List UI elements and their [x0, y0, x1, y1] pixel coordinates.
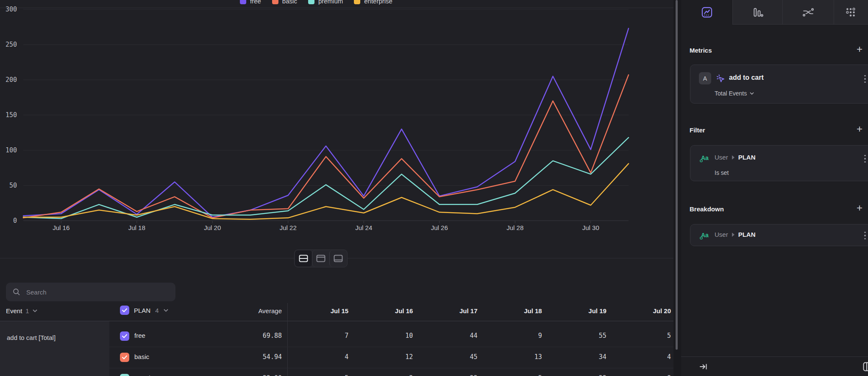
cell-value: 12 [351, 353, 415, 361]
metrics-section-title: Metrics [690, 47, 868, 54]
plan-column-header[interactable]: PLAN 4 [120, 306, 168, 315]
breakdown-property-breadcrumb[interactable]: User PLAN [715, 231, 756, 238]
date-column-header[interactable]: Jul 17 [415, 307, 480, 314]
panel-scrollbar[interactable] [673, 0, 681, 376]
chevron-down-icon [164, 309, 168, 312]
cell-value: 45 [415, 353, 480, 361]
breakdown-options-menu[interactable] [861, 232, 868, 239]
tab-more-charts[interactable] [834, 0, 868, 24]
breadcrumb-arrow-icon [732, 155, 734, 160]
event-click-icon [716, 74, 725, 83]
metric-aggregation-dropdown[interactable]: Total Events [715, 90, 754, 97]
x-axis-tick: Jul 26 [431, 224, 448, 231]
cell-value: 5 [480, 374, 545, 376]
x-axis-tick: Jul 16 [53, 224, 70, 231]
row-checkbox[interactable] [120, 331, 129, 341]
breakdown-section-title: Breakdown [690, 205, 868, 213]
x-axis-tick: Jul 28 [506, 224, 523, 231]
date-column-header[interactable]: Jul 15 [287, 307, 351, 314]
metric-event-name[interactable]: add to cart [729, 74, 764, 81]
breakdown-card[interactable]: Aa User PLAN [690, 224, 868, 246]
flows-icon [802, 7, 814, 18]
panel-toggle-icon[interactable] [863, 362, 868, 371]
add-breakdown-button[interactable]: + [854, 204, 865, 212]
row-checkbox[interactable] [120, 374, 129, 376]
visualization-tabs [681, 0, 868, 25]
row-average: 33.00 [263, 374, 282, 376]
event-column-header[interactable]: Event 1 [6, 307, 37, 314]
cell-value: 7 [287, 332, 351, 340]
filter-section-title: Filter [690, 126, 868, 134]
add-filter-button[interactable]: + [854, 125, 865, 133]
date-column-header[interactable]: Jul 20 [609, 307, 673, 314]
metric-letter-badge: A [699, 72, 711, 84]
scrollbar-thumb[interactable] [676, 0, 678, 350]
series-line-enterprise[interactable] [23, 164, 629, 219]
cell-value: 10 [351, 332, 415, 340]
line-chart-icon [701, 6, 713, 18]
layout-bottom-button[interactable] [329, 250, 347, 267]
collapse-sidebar-icon[interactable] [698, 362, 709, 372]
cell-value: 34 [545, 353, 609, 361]
layout-split-icon [299, 255, 308, 262]
table-row-premium[interactable]: premium33.0053235238 [109, 368, 673, 376]
plan-header-label: PLAN [134, 307, 150, 314]
table-row-free[interactable]: free69.88710449555 [109, 326, 673, 347]
y-axis-tick: 50 [9, 182, 17, 189]
add-metric-button[interactable]: + [854, 45, 865, 53]
table-header: Event 1 PLAN 4 Average Jul 15Jul 16Jul 1… [0, 303, 673, 321]
filter-property-breadcrumb[interactable]: User PLAN [715, 154, 756, 161]
table-rows: free69.88710449555basic54.944124513344pr… [109, 326, 673, 376]
date-column-header[interactable]: Jul 18 [480, 307, 545, 314]
select-all-checkbox[interactable] [120, 306, 129, 315]
event-count: 1 [25, 307, 29, 314]
sidebar-bottom-bar [681, 356, 868, 376]
tab-insights[interactable] [681, 0, 732, 25]
check-icon [122, 355, 127, 359]
bar-chart-icon [752, 7, 763, 18]
layout-top-icon [316, 255, 326, 262]
filter-operator[interactable]: Is set [715, 169, 729, 176]
cell-value: 8 [609, 374, 673, 376]
cell-value: 4 [287, 353, 351, 361]
filter-card[interactable]: Aa User PLAN Is set [690, 145, 868, 181]
date-column-header[interactable]: Jul 19 [545, 307, 609, 314]
query-builder-sidebar: Metrics + A add to cart Total Events Fil… [681, 0, 868, 376]
check-icon [122, 334, 127, 338]
layout-split-button[interactable] [295, 250, 312, 267]
event-header-label: Event [6, 307, 22, 314]
y-axis-tick: 300 [6, 6, 17, 13]
cell-value: 55 [545, 332, 609, 340]
y-axis-tick: 150 [6, 111, 17, 119]
cell-value: 23 [415, 374, 480, 376]
search-input[interactable] [25, 288, 167, 296]
date-column-header[interactable]: Jul 16 [351, 307, 415, 314]
chevron-down-icon [33, 309, 37, 312]
insights-report-app: freebasicpremiumenterprise 0501001502002… [0, 0, 868, 376]
x-axis-tick: Jul 22 [280, 224, 297, 231]
line-chart[interactable]: 050100150200250300Jul 16Jul 18Jul 20Jul … [0, 0, 673, 274]
breadcrumb-arrow-icon [732, 233, 734, 237]
x-axis-tick: Jul 18 [128, 224, 145, 231]
tab-bar-chart[interactable] [732, 0, 782, 24]
metric-card[interactable]: A add to cart Total Events [690, 65, 868, 104]
plan-count: 4 [155, 307, 159, 314]
tab-flows[interactable] [782, 0, 834, 24]
event-name-column: add to cart [Total] [0, 321, 109, 376]
event-row-label[interactable]: add to cart [Total] [7, 334, 56, 341]
filter-options-menu[interactable] [861, 155, 868, 163]
average-column-header[interactable]: Average [258, 307, 282, 314]
row-label: premium [134, 374, 159, 376]
y-axis-tick: 0 [13, 217, 17, 224]
row-checkbox[interactable] [120, 353, 129, 362]
layout-top-button[interactable] [312, 250, 329, 267]
cell-value: 13 [480, 353, 545, 361]
table-row-basic[interactable]: basic54.944124513344 [109, 347, 673, 368]
x-axis-tick: Jul 24 [355, 224, 372, 231]
cell-value: 44 [415, 332, 480, 340]
cell-value: 23 [545, 374, 609, 376]
series-line-free[interactable] [23, 28, 629, 217]
row-label: free [134, 332, 145, 339]
chevron-down-icon [750, 92, 754, 95]
metric-options-menu[interactable] [861, 75, 868, 83]
